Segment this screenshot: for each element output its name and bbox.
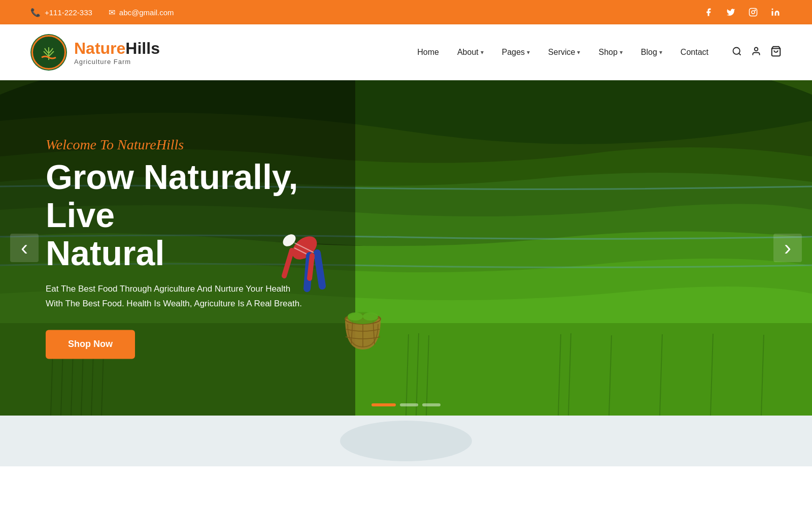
phone-icon: 📞 [30,8,41,17]
nav-shop[interactable]: Shop ▾ [598,48,622,57]
top-bar-contacts: 📞 +111-222-333 ✉ abc@gmail.com [30,8,174,17]
logo-subtitle: Agriculture Farm [74,58,160,66]
hero-dot-2[interactable] [400,403,418,406]
svg-rect-26 [355,80,812,416]
nav-utility-icons [732,46,782,59]
logo-name: NatureHills [74,39,160,58]
hero-welcome-text: Welcome To NatureHills [46,137,340,153]
nav-shop-label: Shop [598,48,617,57]
phone-number: +111-222-333 [45,8,92,17]
hero-dots [371,403,441,406]
hero-dot-1[interactable] [371,403,396,406]
svg-point-1 [752,11,755,14]
hero-prev-button[interactable]: ‹ [10,234,39,262]
svg-rect-0 [750,9,757,16]
cart-icon[interactable] [770,46,782,59]
logo-circle-inner [31,35,66,70]
nav-pages[interactable]: Pages ▾ [502,48,530,57]
logo-hills: Hills [125,39,160,57]
hero-next-button[interactable]: › [773,234,802,262]
logo-nature: Nature [74,39,125,57]
shop-dropdown-arrow: ▾ [620,49,623,56]
hero-title-line1: Grow Naturally, Live [46,157,298,234]
nav-service-label: Service [548,48,575,57]
logo-text: NatureHills Agriculture Farm [74,39,160,66]
service-dropdown-arrow: ▾ [577,49,580,56]
nav-contact[interactable]: Contact [681,48,708,57]
bottom-strip [0,416,812,466]
svg-point-3 [772,9,773,10]
user-icon[interactable] [751,46,761,59]
blog-dropdown-arrow: ▾ [659,49,662,56]
svg-point-2 [755,10,756,11]
hero-description: Eat The Best Food Through Agriculture An… [46,282,310,312]
logo-circle [30,34,67,71]
email-address: abc@gmail.com [119,8,174,17]
search-icon[interactable] [732,46,742,59]
main-nav: Home About ▾ Pages ▾ Service ▾ Shop ▾ Bl… [417,46,782,59]
phone-contact: 📞 +111-222-333 [30,8,92,17]
right-chevron-icon: › [784,237,791,259]
logo: NatureHills Agriculture Farm [30,34,160,71]
nav-contact-label: Contact [681,48,708,57]
svg-point-6 [755,47,758,51]
facebook-icon[interactable] [702,6,715,18]
hero-dot-3[interactable] [422,403,441,406]
nav-blog-label: Blog [641,48,657,57]
hero-content: Welcome To NatureHills Grow Naturally, L… [46,137,340,359]
twitter-icon[interactable] [725,6,737,18]
email-contact: ✉ abc@gmail.com [109,8,174,17]
linkedin-icon[interactable] [769,6,782,18]
nav-home-label: Home [417,48,439,57]
instagram-icon[interactable] [747,6,759,18]
svg-point-42 [363,312,378,321]
about-dropdown-arrow: ▾ [481,49,484,56]
bottom-decorative-oval [340,421,472,461]
social-links [702,6,782,18]
nav-home[interactable]: Home [417,48,439,57]
pages-dropdown-arrow: ▾ [527,49,530,56]
nav-about[interactable]: About ▾ [457,48,484,57]
svg-point-41 [348,312,363,321]
header: NatureHills Agriculture Farm Home About … [0,24,812,80]
nav-blog[interactable]: Blog ▾ [641,48,662,57]
shop-now-button[interactable]: Shop Now [46,330,135,359]
nav-service[interactable]: Service ▾ [548,48,580,57]
hero-title: Grow Naturally, Live Natural [46,158,340,272]
left-chevron-icon: ‹ [21,237,28,259]
svg-line-5 [739,53,741,55]
hero-title-line2: Natural [46,234,164,272]
nav-pages-label: Pages [502,48,525,57]
email-icon: ✉ [109,8,115,17]
svg-point-4 [733,47,740,54]
nav-about-label: About [457,48,479,57]
hero-section: ‹ Welcome To NatureHills Grow Naturally,… [0,80,812,416]
top-bar: 📞 +111-222-333 ✉ abc@gmail.com [0,0,812,24]
